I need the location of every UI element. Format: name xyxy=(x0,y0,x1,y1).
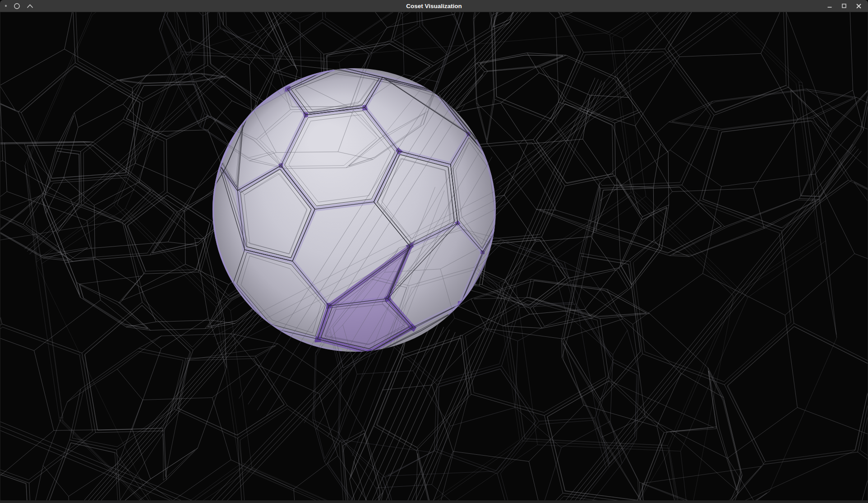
record-circle-icon[interactable] xyxy=(14,3,20,9)
chevron-up-icon[interactable] xyxy=(27,4,33,9)
viewport-canvas[interactable] xyxy=(0,12,868,500)
window-border-bottom[interactable] xyxy=(0,500,868,503)
titlebar[interactable]: Coset Visualization xyxy=(0,0,868,12)
minimize-icon xyxy=(827,3,832,9)
close-icon xyxy=(856,3,862,9)
maximize-button[interactable] xyxy=(838,1,850,11)
titlebar-left-icons xyxy=(0,3,33,9)
app-indicator-dot-icon xyxy=(5,5,7,7)
app-window: Coset Visualization xyxy=(0,0,868,503)
close-button[interactable] xyxy=(853,1,864,11)
window-controls xyxy=(824,1,868,11)
viewport xyxy=(0,12,868,500)
window-title: Coset Visualization xyxy=(0,3,868,9)
maximize-icon xyxy=(841,3,847,9)
minimize-button[interactable] xyxy=(824,1,836,11)
window-border-left xyxy=(0,12,0,500)
